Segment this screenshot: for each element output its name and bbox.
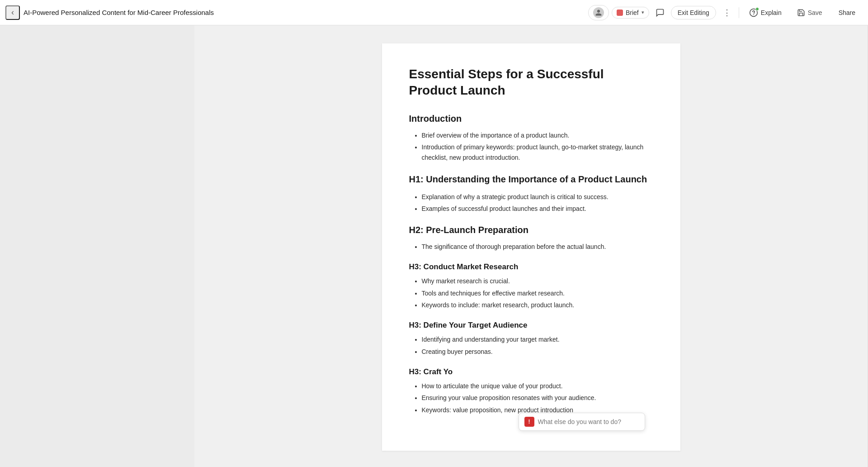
h3-target-audience-section: H3: Define Your Target Audience Identify… [409, 321, 653, 357]
share-button[interactable]: Share [831, 6, 863, 19]
ai-input-icon: ! [524, 417, 534, 427]
list-item: Examples of successful product launches … [422, 204, 653, 214]
comment-button[interactable] [652, 5, 668, 21]
list-item: Identifying and understanding your targe… [422, 334, 653, 344]
list-item: Tools and techniques for effective marke… [422, 288, 653, 298]
brief-label: Brief [626, 9, 639, 16]
brief-color-indicator [617, 10, 623, 16]
document-main-title: Essential Steps for a Successful Product… [409, 66, 653, 99]
exit-editing-button[interactable]: Exit Editing [671, 6, 716, 19]
save-icon [797, 9, 805, 17]
list-item: Creating buyer personas. [422, 347, 653, 357]
avatar [593, 7, 604, 18]
svg-point-1 [753, 14, 754, 15]
introduction-section: Introduction Brief overview of the impor… [409, 114, 653, 162]
h2-section: H2: Pre-Launch Preparation The significa… [409, 225, 653, 252]
more-icon: ⋮ [723, 8, 731, 18]
introduction-heading: Introduction [409, 114, 653, 124]
list-item: Keywords to include: market research, pr… [422, 300, 653, 310]
list-item: Explanation of why a strategic product l… [422, 192, 653, 202]
h3-target-audience-bullets: Identifying and understanding your targe… [409, 334, 653, 357]
h3-market-research-bullets: Why market research is crucial. Tools an… [409, 276, 653, 310]
h3-craft-bullets: How to articulate the unique value of yo… [409, 381, 653, 415]
document-area: Essential Steps for a Successful Product… [194, 25, 868, 467]
h3-craft-section: H3: Craft Yo How to articulate the uniqu… [409, 367, 653, 415]
document-title: AI-Powered Personalized Content for Mid-… [24, 9, 585, 16]
explain-label: Explain [761, 9, 782, 16]
introduction-bullets: Brief overview of the importance of a pr… [409, 130, 653, 162]
list-item: Brief overview of the importance of a pr… [422, 130, 653, 140]
ai-input-popup: ! [519, 413, 645, 431]
h2-bullets: The significance of thorough preparation… [409, 242, 653, 252]
header: ‹ AI-Powered Personalized Content for Mi… [0, 0, 868, 25]
list-item: Ensuring your value proposition resonate… [422, 393, 653, 403]
h1-section: H1: Understanding the Importance of a Pr… [409, 173, 653, 214]
more-options-button[interactable]: ⋮ [719, 5, 735, 21]
h3-craft-heading: H3: Craft Yo [409, 367, 653, 376]
main-layout: Essential Steps for a Successful Product… [0, 25, 868, 467]
list-item: Why market research is crucial. [422, 276, 653, 286]
document-page[interactable]: Essential Steps for a Successful Product… [382, 43, 680, 451]
explain-active-dot [755, 7, 759, 11]
h3-market-research-heading: H3: Conduct Market Research [409, 262, 653, 272]
h1-heading: H1: Understanding the Importance of a Pr… [409, 173, 653, 186]
list-item: How to articulate the unique value of yo… [422, 381, 653, 391]
h3-target-audience-heading: H3: Define Your Target Audience [409, 321, 653, 330]
brief-selector[interactable]: Brief ▾ [612, 7, 649, 19]
ai-icon-label: ! [528, 419, 530, 425]
explain-icon-wrapper [749, 8, 758, 17]
save-label: Save [808, 9, 822, 16]
avatar-group[interactable] [588, 5, 609, 20]
ai-input-field[interactable] [538, 418, 639, 425]
list-item: Introduction of primary keywords: produc… [422, 142, 653, 162]
list-item: The significance of thorough preparation… [422, 242, 653, 252]
share-label: Share [839, 9, 855, 16]
exit-editing-label: Exit Editing [678, 9, 709, 16]
h2-heading: H2: Pre-Launch Preparation [409, 225, 653, 235]
chevron-down-icon: ▾ [642, 10, 644, 15]
left-sidebar [0, 25, 194, 467]
back-button[interactable]: ‹ [5, 5, 20, 20]
h3-market-research-section: H3: Conduct Market Research Why market r… [409, 262, 653, 310]
h1-bullets: Explanation of why a strategic product l… [409, 192, 653, 214]
save-button[interactable]: Save [791, 6, 829, 19]
explain-button[interactable]: Explain [743, 5, 788, 20]
header-actions: Brief ▾ Exit Editing ⋮ [588, 5, 863, 21]
header-divider [739, 7, 739, 18]
